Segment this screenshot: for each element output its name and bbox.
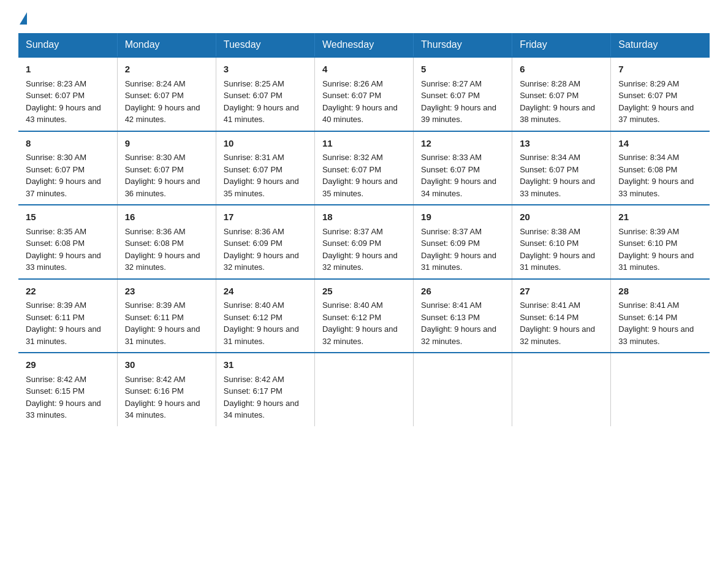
- calendar-header-row: SundayMondayTuesdayWednesdayThursdayFrid…: [18, 33, 710, 57]
- page-header: [18, 12, 710, 22]
- logo-triangle-icon: [20, 12, 27, 25]
- day-number: 18: [322, 210, 406, 224]
- sunrise-info: Sunrise: 8:31 AM: [224, 153, 284, 162]
- day-number: 15: [26, 210, 110, 224]
- sunset-info: Sunset: 6:07 PM: [322, 91, 381, 100]
- day-number: 30: [125, 358, 208, 372]
- calendar-cell: 27 Sunrise: 8:41 AM Sunset: 6:14 PM Dayl…: [512, 279, 611, 353]
- sunrise-info: Sunrise: 8:39 AM: [26, 301, 86, 310]
- sunrise-info: Sunrise: 8:25 AM: [224, 79, 284, 88]
- daylight-info: Daylight: 9 hours and 37 minutes.: [26, 177, 101, 198]
- calendar-cell: 31 Sunrise: 8:42 AM Sunset: 6:17 PM Dayl…: [216, 353, 314, 426]
- sunset-info: Sunset: 6:08 PM: [125, 239, 184, 248]
- sunrise-info: Sunrise: 8:37 AM: [421, 227, 482, 236]
- calendar-cell: 9 Sunrise: 8:30 AM Sunset: 6:07 PM Dayli…: [117, 131, 216, 205]
- day-number: 10: [224, 137, 307, 151]
- sunrise-info: Sunrise: 8:40 AM: [322, 301, 383, 310]
- daylight-info: Daylight: 9 hours and 37 minutes.: [618, 103, 694, 124]
- sunset-info: Sunset: 6:11 PM: [125, 313, 184, 322]
- day-number: 26: [421, 285, 504, 299]
- calendar-cell: [414, 353, 512, 426]
- sunset-info: Sunset: 6:07 PM: [125, 91, 184, 100]
- day-number: 7: [618, 63, 702, 77]
- sunrise-info: Sunrise: 8:34 AM: [618, 153, 679, 162]
- calendar-cell: 21 Sunrise: 8:39 AM Sunset: 6:10 PM Dayl…: [611, 205, 710, 279]
- daylight-info: Daylight: 9 hours and 32 minutes.: [520, 324, 595, 346]
- day-number: 9: [125, 137, 208, 151]
- daylight-info: Daylight: 9 hours and 31 minutes.: [125, 324, 200, 346]
- calendar-cell: 18 Sunrise: 8:37 AM Sunset: 6:09 PM Dayl…: [314, 205, 413, 279]
- daylight-info: Daylight: 9 hours and 31 minutes.: [618, 251, 694, 272]
- sunrise-info: Sunrise: 8:30 AM: [26, 153, 86, 162]
- day-number: 11: [322, 137, 406, 151]
- calendar-week-row: 8 Sunrise: 8:30 AM Sunset: 6:07 PM Dayli…: [18, 131, 710, 205]
- day-number: 2: [125, 63, 208, 77]
- calendar-cell: 7 Sunrise: 8:29 AM Sunset: 6:07 PM Dayli…: [611, 57, 710, 131]
- column-header-sunday: Sunday: [18, 33, 117, 57]
- day-number: 6: [520, 63, 603, 77]
- daylight-info: Daylight: 9 hours and 38 minutes.: [520, 103, 595, 124]
- sunrise-info: Sunrise: 8:37 AM: [322, 227, 383, 236]
- daylight-info: Daylight: 9 hours and 35 minutes.: [322, 177, 398, 198]
- sunrise-info: Sunrise: 8:42 AM: [26, 375, 86, 384]
- daylight-info: Daylight: 9 hours and 33 minutes.: [618, 324, 694, 346]
- day-number: 14: [618, 137, 702, 151]
- daylight-info: Daylight: 9 hours and 34 minutes.: [421, 177, 496, 198]
- day-number: 17: [224, 210, 307, 224]
- column-header-wednesday: Wednesday: [314, 33, 413, 57]
- sunset-info: Sunset: 6:13 PM: [421, 313, 480, 322]
- daylight-info: Daylight: 9 hours and 31 minutes.: [26, 324, 101, 346]
- sunrise-info: Sunrise: 8:39 AM: [618, 227, 679, 236]
- day-number: 19: [421, 210, 504, 224]
- day-number: 31: [224, 358, 307, 372]
- calendar-cell: 30 Sunrise: 8:42 AM Sunset: 6:16 PM Dayl…: [117, 353, 216, 426]
- day-number: 22: [26, 285, 110, 299]
- sunset-info: Sunset: 6:15 PM: [26, 386, 85, 396]
- day-number: 1: [26, 63, 110, 77]
- sunset-info: Sunset: 6:16 PM: [125, 386, 184, 396]
- daylight-info: Daylight: 9 hours and 33 minutes.: [618, 177, 694, 198]
- sunset-info: Sunset: 6:07 PM: [520, 165, 578, 174]
- sunset-info: Sunset: 6:17 PM: [224, 386, 282, 396]
- day-number: 8: [26, 137, 110, 151]
- day-number: 20: [520, 210, 603, 224]
- sunset-info: Sunset: 6:07 PM: [224, 165, 282, 174]
- calendar-cell: 16 Sunrise: 8:36 AM Sunset: 6:08 PM Dayl…: [117, 205, 216, 279]
- calendar-cell: 14 Sunrise: 8:34 AM Sunset: 6:08 PM Dayl…: [611, 131, 710, 205]
- calendar-cell: 23 Sunrise: 8:39 AM Sunset: 6:11 PM Dayl…: [117, 279, 216, 353]
- sunrise-info: Sunrise: 8:38 AM: [520, 227, 580, 236]
- daylight-info: Daylight: 9 hours and 39 minutes.: [421, 103, 496, 124]
- daylight-info: Daylight: 9 hours and 41 minutes.: [224, 103, 299, 124]
- sunset-info: Sunset: 6:07 PM: [421, 165, 480, 174]
- sunset-info: Sunset: 6:09 PM: [322, 239, 381, 248]
- daylight-info: Daylight: 9 hours and 32 minutes.: [224, 251, 299, 272]
- calendar-cell: [314, 353, 413, 426]
- day-number: 16: [125, 210, 208, 224]
- daylight-info: Daylight: 9 hours and 32 minutes.: [125, 251, 200, 272]
- column-header-tuesday: Tuesday: [216, 33, 314, 57]
- calendar-cell: [512, 353, 611, 426]
- sunset-info: Sunset: 6:12 PM: [224, 313, 282, 322]
- calendar-cell: 4 Sunrise: 8:26 AM Sunset: 6:07 PM Dayli…: [314, 57, 413, 131]
- sunset-info: Sunset: 6:08 PM: [26, 239, 85, 248]
- calendar-cell: 11 Sunrise: 8:32 AM Sunset: 6:07 PM Dayl…: [314, 131, 413, 205]
- calendar-week-row: 1 Sunrise: 8:23 AM Sunset: 6:07 PM Dayli…: [18, 57, 710, 131]
- day-number: 13: [520, 137, 603, 151]
- sunrise-info: Sunrise: 8:41 AM: [520, 301, 580, 310]
- sunset-info: Sunset: 6:07 PM: [322, 165, 381, 174]
- calendar-cell: 29 Sunrise: 8:42 AM Sunset: 6:15 PM Dayl…: [18, 353, 117, 426]
- calendar-cell: 3 Sunrise: 8:25 AM Sunset: 6:07 PM Dayli…: [216, 57, 314, 131]
- column-header-saturday: Saturday: [611, 33, 710, 57]
- day-number: 29: [26, 358, 110, 372]
- calendar-cell: 8 Sunrise: 8:30 AM Sunset: 6:07 PM Dayli…: [18, 131, 117, 205]
- daylight-info: Daylight: 9 hours and 32 minutes.: [322, 251, 398, 272]
- sunset-info: Sunset: 6:10 PM: [618, 239, 677, 248]
- sunset-info: Sunset: 6:07 PM: [224, 91, 282, 100]
- calendar-cell: 19 Sunrise: 8:37 AM Sunset: 6:09 PM Dayl…: [414, 205, 512, 279]
- calendar-cell: 10 Sunrise: 8:31 AM Sunset: 6:07 PM Dayl…: [216, 131, 314, 205]
- sunrise-info: Sunrise: 8:42 AM: [224, 375, 284, 384]
- sunset-info: Sunset: 6:07 PM: [421, 91, 480, 100]
- day-number: 27: [520, 285, 603, 299]
- sunset-info: Sunset: 6:07 PM: [26, 91, 85, 100]
- column-header-thursday: Thursday: [414, 33, 512, 57]
